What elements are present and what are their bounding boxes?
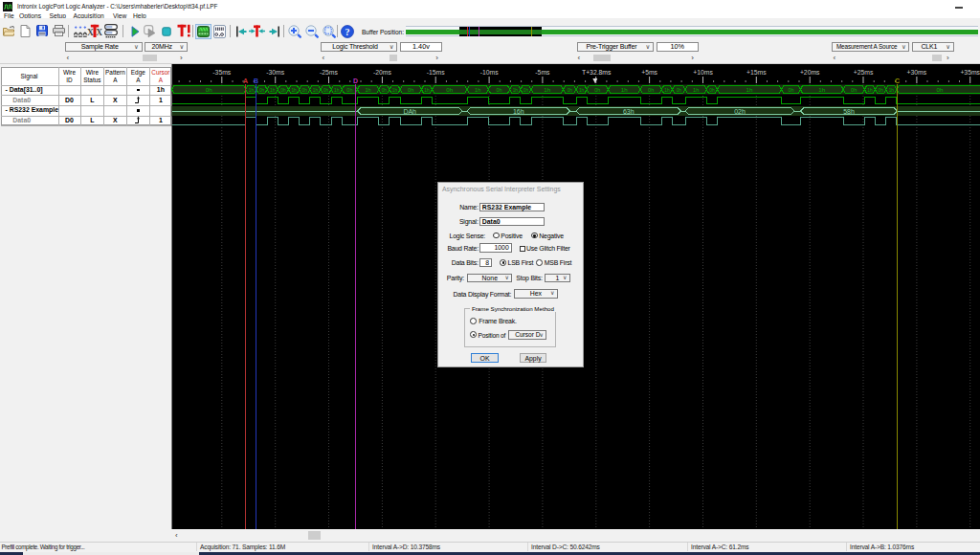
svg-text:-10ms: -10ms (480, 69, 499, 76)
svg-text:-15ms: -15ms (427, 69, 445, 76)
svg-text:1h: 1h (270, 88, 276, 93)
svg-text:58h: 58h (843, 108, 855, 115)
svg-text:1h: 1h (867, 88, 873, 93)
svg-text:0h: 0h (302, 88, 308, 93)
svg-text:+20ms: +20ms (800, 69, 820, 76)
svg-text:+25ms: +25ms (854, 69, 874, 76)
svg-text:0h: 0h (648, 87, 654, 93)
svg-text:0h: 0h (594, 87, 600, 93)
svg-text:1h: 1h (392, 88, 398, 93)
svg-text:1h: 1h (291, 88, 297, 93)
svg-text:0h: 0h (408, 87, 413, 93)
svg-text:0h: 0h (382, 88, 388, 93)
svg-text:0h: 0h (259, 88, 265, 93)
svg-text:-35ms: -35ms (212, 69, 231, 76)
svg-text:0h: 0h (346, 87, 352, 93)
svg-text:-5ms: -5ms (535, 69, 550, 76)
svg-text:1h: 1h (621, 86, 628, 93)
svg-text:X: X (87, 28, 94, 37)
svg-text:63h: 63h (623, 108, 635, 115)
svg-text:0h: 0h (446, 86, 453, 93)
svg-text:1h: 1h (475, 87, 480, 93)
svg-text:X: X (96, 28, 102, 37)
svg-text:+5ms: +5ms (641, 69, 657, 76)
svg-text:T+32.8ms: T+32.8ms (582, 69, 612, 76)
svg-text:B: B (254, 78, 258, 84)
svg-text:1h: 1h (424, 88, 430, 93)
svg-text:1h: 1h (544, 86, 550, 93)
svg-text:+30ms: +30ms (907, 69, 927, 76)
svg-text:1h: 1h (818, 86, 825, 93)
svg-text:D: D (353, 78, 358, 84)
svg-text:0h: 0h (677, 88, 682, 93)
svg-text:DAh: DAh (403, 108, 416, 115)
svg-text:0h: 0h (937, 86, 944, 93)
svg-text:-20ms: -20ms (373, 69, 391, 76)
svg-text:0h: 0h (523, 88, 529, 93)
svg-text:1h: 1h (365, 87, 370, 93)
svg-text:1h: 1h (664, 88, 670, 93)
svg-text:?: ? (345, 27, 350, 37)
svg-text:+15ms: +15ms (746, 69, 767, 76)
svg-text:0h: 0h (496, 87, 501, 93)
svg-text:16h: 16h (513, 108, 524, 115)
svg-text:0h: 0h (206, 86, 212, 93)
svg-text:+10ms: +10ms (693, 69, 713, 76)
svg-text:1h: 1h (334, 88, 340, 93)
svg-text:1h: 1h (513, 88, 519, 93)
svg-text:0h: 0h (323, 88, 329, 93)
svg-text:1h: 1h (889, 88, 895, 93)
svg-text:-30ms: -30ms (266, 69, 284, 76)
svg-text:02h: 02h (734, 108, 746, 115)
svg-text:0h: 0h (851, 87, 857, 93)
svg-text:0h: 0h (568, 88, 573, 93)
svg-text:1h: 1h (746, 86, 753, 93)
svg-text:1h: 1h (579, 88, 585, 93)
svg-text:0h: 0h (788, 87, 793, 93)
svg-text:1h: 1h (313, 88, 319, 93)
svg-text:A: A (243, 78, 248, 84)
svg-text:1h: 1h (249, 88, 255, 93)
svg-text:0h: 0h (280, 88, 286, 93)
svg-text:1h: 1h (693, 87, 699, 93)
svg-text:0h: 0h (709, 88, 715, 93)
svg-text:-25ms: -25ms (320, 69, 338, 76)
svg-text:0h: 0h (879, 88, 884, 93)
svg-text:C: C (895, 78, 900, 84)
svg-text:+35ms: +35ms (960, 69, 980, 76)
